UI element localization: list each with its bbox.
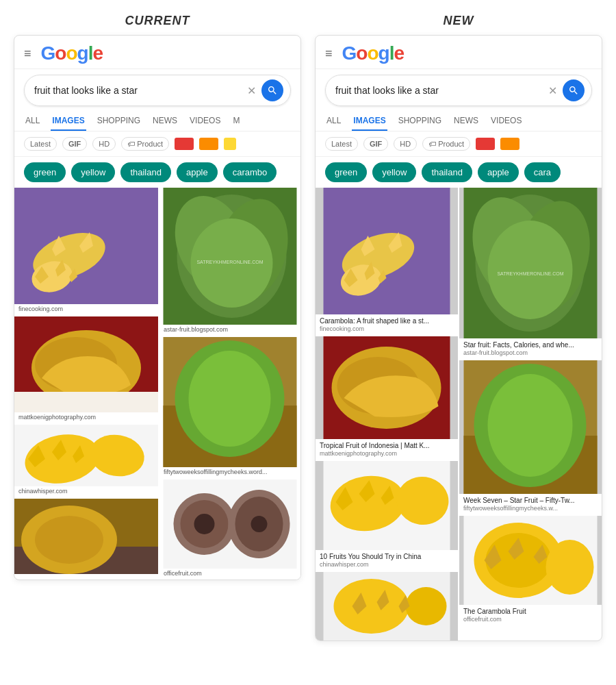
new-pill-apple[interactable]: apple xyxy=(478,162,519,182)
current-img-right-1[interactable]: SATREYKHMERONLINE.COM astar-fruit.blogsp… xyxy=(159,188,300,336)
new-tab-shopping[interactable]: SHOPPING xyxy=(397,112,443,131)
new-filter-hd[interactable]: HD xyxy=(394,137,417,151)
new-img-right-2-caption: Week Seven – Star Fruit – Fifty-Tw... fi… xyxy=(459,494,602,514)
current-img-right-3[interactable]: officefruit.com xyxy=(159,480,300,580)
new-pill-green[interactable]: green xyxy=(325,162,367,182)
new-img-2[interactable]: Tropical Fruit of Indonesia | Matt K... … xyxy=(316,336,458,460)
new-color-red[interactable] xyxy=(476,138,495,150)
new-tab-all[interactable]: ALL xyxy=(325,112,342,131)
new-img-right-2[interactable]: Week Seven – Star Fruit – Fifty-Tw... fi… xyxy=(459,360,602,514)
svg-point-65 xyxy=(488,221,573,319)
new-phone-frame: ≡ Google fruit that looks like a star ✕ … xyxy=(315,35,602,641)
new-product-label: Product xyxy=(438,140,464,148)
new-img-3-title: 10 Fruits You Should Try in China xyxy=(320,552,454,561)
svg-point-37 xyxy=(251,516,268,532)
current-img-4[interactable] xyxy=(14,499,158,574)
new-img-2-title: Tropical Fruit of Indonesia | Matt K... xyxy=(320,441,454,450)
current-search-button[interactable] xyxy=(261,79,283,101)
new-img-4[interactable] xyxy=(316,572,458,640)
current-col-right: SATREYKHMERONLINE.COM astar-fruit.blogsp… xyxy=(159,188,300,580)
new-pill-carambola[interactable]: cara xyxy=(524,162,561,182)
current-tab-images[interactable]: IMAGES xyxy=(51,112,86,131)
current-header: ≡ Google xyxy=(14,36,300,69)
new-clear-button[interactable]: ✕ xyxy=(548,84,557,97)
svg-point-26 xyxy=(191,219,273,308)
current-color-yellow[interactable] xyxy=(224,138,236,150)
new-img-right-3-title: The Carambola Fruit xyxy=(463,607,598,616)
new-filter-product[interactable]: 🏷 Product xyxy=(422,137,470,151)
current-img-2[interactable]: mattkoenigphotography.com xyxy=(14,316,158,423)
new-img-right-1[interactable]: SATREYKHMERONLINE.COM Star fruit: Facts,… xyxy=(459,188,602,359)
current-img-right-1-label: astar-fruit.blogspot.com xyxy=(159,325,300,336)
new-suggestion-row: green yellow thailand apple cara xyxy=(316,157,602,188)
current-hamburger-icon[interactable]: ≡ xyxy=(24,47,31,61)
new-img-3-caption: 10 Fruits You Should Try in China chinaw… xyxy=(316,550,458,571)
new-pill-thailand[interactable]: thailand xyxy=(422,162,472,182)
new-search-button[interactable] xyxy=(563,79,585,101)
new-filter-gif[interactable]: GIF xyxy=(363,137,388,151)
new-tab-videos[interactable]: VIDEOS xyxy=(489,112,523,131)
current-img-right-2[interactable]: fiftytwoweeksoffillingmycheeks.word... xyxy=(159,337,300,478)
new-img-1-source: finecooking.com xyxy=(320,325,454,332)
current-tab-all[interactable]: ALL xyxy=(24,112,41,131)
new-img-right-1-title: Star fruit: Facts, Calories, and whe... xyxy=(463,340,598,349)
current-tab-more[interactable]: M xyxy=(231,112,241,131)
current-pill-carambola[interactable]: carambo xyxy=(223,162,277,182)
current-filter-hd[interactable]: HD xyxy=(92,137,116,151)
new-img-3-source: chinawhisper.com xyxy=(320,561,454,568)
new-tab-images[interactable]: IMAGES xyxy=(352,112,387,131)
svg-point-57 xyxy=(406,587,447,625)
new-img-1-title: Carambola: A fruit shaped like a st... xyxy=(320,316,454,325)
current-color-orange[interactable] xyxy=(199,138,218,150)
new-search-bar[interactable]: fruit that looks like a star ✕ xyxy=(325,75,592,106)
new-col-right: SATREYKHMERONLINE.COM Star fruit: Facts,… xyxy=(459,188,602,640)
current-img-3-label: chinawhisper.com xyxy=(14,486,158,497)
current-color-red[interactable] xyxy=(175,138,194,150)
current-search-bar[interactable]: fruit that looks like a star ✕ xyxy=(24,75,291,106)
current-img-right-2-label: fiftytwoweeksoffillingmycheeks.word... xyxy=(159,467,300,478)
svg-point-21 xyxy=(35,516,103,564)
current-nav-tabs: ALL IMAGES SHOPPING NEWS VIDEOS M xyxy=(14,112,300,132)
current-filter-latest[interactable]: Latest xyxy=(24,137,57,151)
new-img-right-1-caption: Star fruit: Facts, Calories, and whe... … xyxy=(459,338,602,359)
new-nav-tabs: ALL IMAGES SHOPPING NEWS VIDEOS xyxy=(316,112,602,132)
new-filter-latest[interactable]: Latest xyxy=(325,137,358,151)
current-clear-button[interactable]: ✕ xyxy=(247,84,256,97)
current-tab-shopping[interactable]: SHOPPING xyxy=(96,112,142,131)
svg-rect-11 xyxy=(14,392,158,412)
new-image-grid: Carambola: A fruit shaped like a st... f… xyxy=(316,188,602,640)
new-img-3[interactable]: 10 Fruits You Should Try in China chinaw… xyxy=(316,461,458,571)
new-pill-yellow[interactable]: yellow xyxy=(372,162,416,182)
svg-point-69 xyxy=(488,374,573,477)
new-img-1[interactable]: Carambola: A fruit shaped like a st... f… xyxy=(316,188,458,335)
current-pill-apple[interactable]: apple xyxy=(177,162,218,182)
current-filter-row: Latest GIF HD 🏷 Product xyxy=(14,132,300,157)
current-tab-videos[interactable]: VIDEOS xyxy=(188,112,222,131)
current-img-1[interactable]: finecooking.com xyxy=(14,188,158,315)
current-phone-frame: ≡ Google fruit that looks like a star ✕ … xyxy=(14,35,301,580)
current-pill-green[interactable]: green xyxy=(24,162,66,182)
new-hamburger-icon[interactable]: ≡ xyxy=(325,47,333,61)
current-pill-thailand[interactable]: thailand xyxy=(120,162,171,182)
current-google-logo: Google xyxy=(41,42,103,64)
new-img-2-caption: Tropical Fruit of Indonesia | Matt K... … xyxy=(316,439,458,460)
current-product-label: Product xyxy=(137,140,163,148)
current-img-3[interactable]: chinawhisper.com xyxy=(14,425,158,497)
svg-point-34 xyxy=(194,514,215,534)
new-tab-news[interactable]: NEWS xyxy=(452,112,480,131)
new-img-right-3[interactable]: The Carambola Fruit officefruit.com xyxy=(459,516,602,625)
current-filter-gif[interactable]: GIF xyxy=(62,137,87,151)
current-filter-product[interactable]: 🏷 Product xyxy=(121,137,169,151)
new-header: ≡ Google xyxy=(316,36,602,69)
current-tag-icon: 🏷 xyxy=(127,140,135,148)
new-search-text: fruit that looks like a star xyxy=(335,85,548,96)
new-filter-row: Latest GIF HD 🏷 Product xyxy=(316,132,602,157)
new-color-orange[interactable] xyxy=(500,138,519,150)
current-suggestion-row: green yellow thailand apple carambo xyxy=(14,157,300,188)
new-label: NEW xyxy=(315,14,602,28)
current-pill-yellow[interactable]: yellow xyxy=(71,162,115,182)
current-tab-news[interactable]: NEWS xyxy=(151,112,179,131)
current-search-text: fruit that looks like a star xyxy=(34,85,247,96)
new-img-right-1-source: astar-fruit.blogspot.com xyxy=(463,349,598,356)
current-img-2-label: mattkoenigphotography.com xyxy=(14,412,158,423)
